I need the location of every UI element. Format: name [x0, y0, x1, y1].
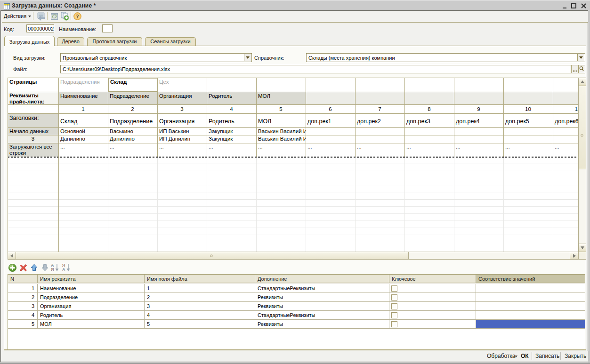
- svg-text:?: ?: [76, 13, 79, 20]
